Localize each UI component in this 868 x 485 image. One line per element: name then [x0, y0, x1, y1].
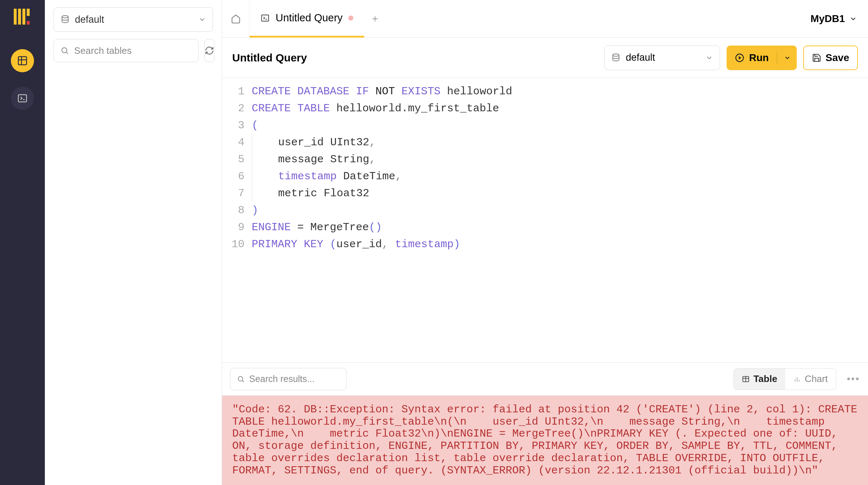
results-search[interactable]	[230, 368, 346, 390]
database-icon	[611, 53, 621, 63]
view-table-label: Table	[753, 373, 777, 385]
sidebar-search[interactable]	[54, 39, 199, 62]
table-icon	[742, 375, 750, 383]
sidebar: default	[45, 0, 222, 485]
svg-rect-3	[27, 9, 30, 16]
sidebar-database-label: default	[75, 14, 193, 25]
svg-point-11	[62, 48, 67, 53]
query-icon	[260, 13, 270, 23]
sidebar-search-input[interactable]	[74, 45, 192, 56]
query-title: Untitled Query	[232, 52, 598, 64]
service-switch-label: MyDB1	[810, 13, 845, 25]
svg-rect-1	[18, 9, 21, 25]
unsaved-dot-icon	[348, 16, 353, 21]
svg-rect-0	[14, 9, 17, 25]
toolbar-database-label: default	[626, 52, 700, 63]
results-toolbar: Table Chart •••	[222, 362, 868, 396]
tab-query-active[interactable]: Untitled Query	[250, 0, 364, 38]
play-circle-icon	[735, 53, 745, 63]
svg-line-12	[67, 52, 68, 54]
home-icon	[231, 14, 241, 24]
editor-gutter: 12345678910	[222, 83, 252, 362]
refresh-icon	[205, 46, 214, 55]
editor-code[interactable]: CREATE DATABASE IF NOT EXISTS helloworld…	[252, 83, 868, 362]
refresh-tables-button[interactable]	[204, 39, 214, 62]
svg-marker-19	[739, 56, 741, 59]
database-icon	[60, 15, 70, 24]
chevron-down-icon	[705, 54, 713, 62]
save-button[interactable]: Save	[803, 46, 858, 70]
query-toolbar: Untitled Query default Run	[222, 38, 868, 78]
main: Untitled Query MyDB1 Untitled Query defa…	[222, 0, 868, 485]
chevron-down-icon	[784, 54, 791, 61]
view-table-button[interactable]: Table	[734, 369, 785, 390]
nav-tables-button[interactable]	[11, 49, 34, 72]
error-panel: "Code: 62. DB::Exception: Syntax error: …	[222, 396, 868, 485]
chart-icon	[793, 375, 801, 383]
sidebar-database-select[interactable]: default	[54, 7, 213, 32]
toolbar-database-select[interactable]: default	[604, 46, 720, 70]
chevron-down-icon	[849, 15, 857, 23]
svg-line-21	[242, 381, 244, 382]
tab-home[interactable]	[222, 0, 250, 37]
results-search-input[interactable]	[249, 374, 340, 384]
ellipsis-icon: •••	[847, 373, 860, 384]
results-view-toggle: Table Chart	[733, 368, 836, 390]
search-icon	[237, 375, 245, 383]
view-chart-button[interactable]: Chart	[785, 369, 836, 390]
tab-add-button[interactable]	[364, 0, 386, 37]
svg-rect-4	[27, 21, 30, 25]
chevron-down-icon	[198, 16, 206, 23]
svg-point-20	[238, 376, 243, 381]
svg-point-17	[613, 54, 619, 56]
run-button-label: Run	[749, 52, 769, 64]
tab-bar: Untitled Query MyDB1	[222, 0, 868, 38]
tab-label: Untitled Query	[276, 12, 342, 24]
nav-console-button[interactable]	[11, 87, 34, 110]
plus-icon	[371, 14, 379, 23]
view-chart-label: Chart	[805, 373, 828, 385]
app-logo	[12, 6, 33, 27]
save-icon	[812, 53, 821, 63]
results-more-button[interactable]: •••	[847, 373, 860, 385]
svg-rect-5	[18, 57, 27, 65]
save-button-label: Save	[826, 52, 849, 64]
svg-point-10	[62, 16, 68, 18]
run-button[interactable]: Run	[727, 46, 796, 70]
svg-rect-2	[22, 9, 25, 25]
search-icon	[60, 46, 69, 55]
code-editor[interactable]: 12345678910 CREATE DATABASE IF NOT EXIST…	[222, 78, 868, 362]
left-rail	[0, 0, 45, 485]
service-switch[interactable]: MyDB1	[800, 0, 868, 37]
